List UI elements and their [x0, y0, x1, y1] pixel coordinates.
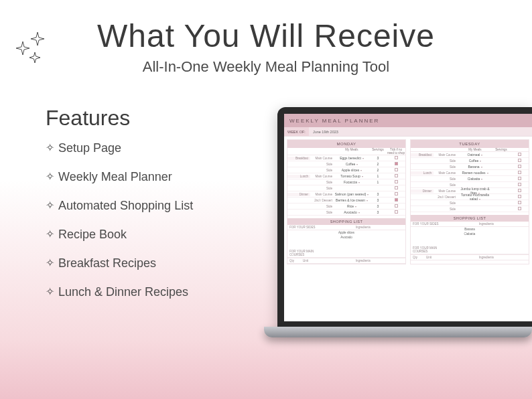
- meal-row: Side Coffee▾: [411, 158, 529, 164]
- chevron-down-icon: ▾: [481, 154, 482, 157]
- meal-row: Side Avocado▾ 3: [287, 210, 405, 216]
- meal-value-dropdown[interactable]: Focaccia▾: [334, 180, 369, 184]
- meal-row: Side Coffee▾ 2: [287, 161, 405, 167]
- ingredients-label: Ingredients: [446, 256, 527, 259]
- meal-value-dropdown[interactable]: Ciabatta▾: [458, 177, 492, 181]
- meal-value-dropdown[interactable]: Ramen noodles▾: [458, 171, 492, 175]
- meal-value-dropdown[interactable]: Berries & Ice cream▾: [334, 198, 369, 202]
- chevron-down-icon: ▾: [481, 166, 482, 169]
- shop-tick-checkbox[interactable]: [518, 171, 521, 174]
- sparkle-icon: ✧: [46, 286, 54, 297]
- meal-servings[interactable]: 1: [369, 180, 387, 184]
- meal-servings[interactable]: 3: [369, 156, 387, 160]
- day-title: MONDAY: [287, 140, 405, 148]
- meal-servings[interactable]: 2: [369, 168, 387, 172]
- unit-label: Unit: [303, 259, 323, 262]
- meal-row-label: Main Course: [310, 193, 334, 196]
- qty-label: Qty: [413, 256, 426, 259]
- meal-row: Breakfast Main Course Oatmeal▾: [411, 152, 529, 158]
- meal-value-dropdown[interactable]: Apple slices▾: [334, 168, 369, 172]
- chevron-down-icon: ▾: [355, 206, 356, 208]
- shop-tick-checkbox[interactable]: [518, 207, 521, 210]
- qty-label: Qty: [289, 259, 303, 262]
- meal-value-dropdown[interactable]: Oatmeal▾: [458, 153, 492, 157]
- meal-value-dropdown[interactable]: Avocado▾: [334, 210, 369, 214]
- meal-value-dropdown[interactable]: Salmon (pan seared)▾: [334, 192, 369, 196]
- shop-tick-checkbox[interactable]: [518, 201, 521, 204]
- meal-row: Side Focaccia▾ 1: [287, 179, 405, 185]
- meal-row-label: Side: [434, 202, 458, 205]
- meal-row: Lunch Main Course Ramen noodles▾: [411, 170, 529, 176]
- meal-servings[interactable]: 3: [369, 198, 387, 202]
- chevron-down-icon: ▾: [358, 212, 360, 214]
- shop-tick-checkbox[interactable]: [395, 198, 398, 202]
- meal-value-dropdown[interactable]: Eggs benedict▾: [334, 156, 369, 160]
- meal-row-label: Main Course: [310, 175, 334, 178]
- feature-item: ✧Recipe Book: [46, 228, 247, 242]
- planner-app: WEEKLY MEAL PLANNER WEEK OF: June 19th 2…: [284, 114, 532, 321]
- shop-tick-checkbox[interactable]: [395, 192, 398, 195]
- meal-servings[interactable]: 1: [369, 174, 387, 178]
- laptop-base: [264, 327, 532, 337]
- unit-label: Unit: [426, 256, 446, 259]
- meal-servings[interactable]: 3: [369, 210, 387, 214]
- day-card: TUESDAYMy MealsServings Breakfast Main C…: [410, 139, 529, 264]
- shopping-list: SHOPPING LIST FOR YOUR SIDESIngredients …: [411, 215, 529, 260]
- col-mymeals: My Meals: [458, 148, 492, 151]
- shop-tick-checkbox[interactable]: [395, 168, 398, 171]
- shop-tick-checkbox[interactable]: [518, 159, 521, 162]
- meal-row: Lunch Main Course Tomato Soup▾ 1: [287, 173, 405, 179]
- meal-value-dropdown[interactable]: Coffee▾: [458, 159, 492, 163]
- meal-row-label: Main Course: [434, 171, 458, 175]
- meal-value-dropdown[interactable]: Tomato Soup▾: [334, 174, 369, 178]
- shop-tick-checkbox[interactable]: [518, 183, 521, 186]
- shop-tick-checkbox[interactable]: [395, 156, 398, 159]
- shop-tick-checkbox[interactable]: [395, 162, 398, 165]
- shop-tick-checkbox[interactable]: [518, 189, 521, 192]
- meal-servings[interactable]: 3: [369, 204, 387, 208]
- sparkle-icon: ✧: [46, 200, 54, 211]
- meal-row-label: Side: [434, 165, 458, 169]
- shopping-ingredient: Ciabatta: [411, 232, 529, 236]
- shop-tick-checkbox[interactable]: [518, 195, 521, 198]
- meal-value-dropdown[interactable]: Banana▾: [458, 165, 492, 169]
- shop-tick-checkbox[interactable]: [395, 204, 398, 208]
- shop-tick-checkbox[interactable]: [395, 186, 398, 189]
- meal-value-dropdown[interactable]: Rice▾: [334, 204, 369, 208]
- sparkle-icon: ✧: [46, 228, 54, 240]
- page-title: What You Will Receive: [0, 17, 532, 54]
- shopping-ingredient: Apple slices: [287, 230, 405, 235]
- meal-row-label: 2nd / Dessert: [434, 195, 458, 199]
- meal-group-label: Lunch: [411, 171, 434, 175]
- chevron-down-icon: ▾: [481, 178, 482, 181]
- week-of-value[interactable]: June 19th 2023: [309, 130, 338, 134]
- chevron-down-icon: ▾: [367, 200, 368, 202]
- sparkle-icon: ✧: [46, 142, 54, 153]
- shop-tick-checkbox[interactable]: [395, 180, 398, 183]
- meal-row: Side Banana▾: [411, 164, 529, 170]
- for-mains-label: FOR YOUR MAIN COURSES: [289, 250, 323, 256]
- meal-row: 2nd / Dessert Tomato mozzarella salad▾: [411, 194, 529, 200]
- shopping-title: SHOPPING LIST: [411, 215, 529, 222]
- meal-row-label: Main Course: [310, 157, 334, 160]
- meal-servings[interactable]: 2: [369, 162, 387, 166]
- meal-row-label: Side: [310, 169, 334, 172]
- chevron-down-icon: ▾: [362, 157, 364, 160]
- feature-item: ✧Automated Shopping List: [46, 199, 247, 213]
- chevron-down-icon: ▾: [356, 163, 358, 166]
- col-mymeals: My Meals: [334, 148, 369, 155]
- shopping-list: SHOPPING LIST FOR YOUR SIDESIngredients …: [287, 218, 405, 264]
- meal-group-label: Breakfast: [287, 157, 310, 160]
- ingredients-label: Ingredients: [446, 222, 527, 226]
- shop-tick-checkbox[interactable]: [518, 177, 521, 180]
- for-sides-label: FOR YOUR SIDES: [413, 222, 446, 226]
- shop-tick-checkbox[interactable]: [395, 174, 398, 177]
- shop-tick-checkbox[interactable]: [518, 153, 521, 156]
- shop-tick-checkbox[interactable]: [518, 165, 521, 168]
- shop-tick-checkbox[interactable]: [395, 210, 398, 214]
- meal-servings[interactable]: 3: [369, 192, 387, 196]
- meal-value-dropdown[interactable]: Tomato mozzarella salad▾: [458, 193, 492, 201]
- chevron-down-icon: ▾: [480, 160, 481, 163]
- meal-value-dropdown[interactable]: Coffee▾: [334, 162, 369, 166]
- meal-row: Side: [287, 185, 405, 191]
